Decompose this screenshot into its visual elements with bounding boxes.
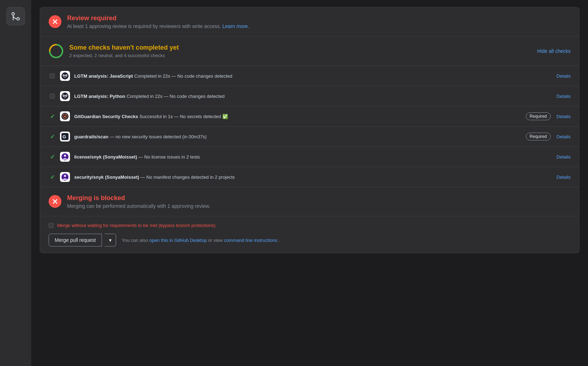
merge-blocked-section: Merging is blocked Merging can be perfor… <box>40 187 579 216</box>
bypass-row: Merge without waiting for requirements t… <box>49 223 571 228</box>
check-desc-snyk-license: — No license issues in 2 tests <box>138 154 200 160</box>
check-status-lgtm-js <box>49 73 56 78</box>
check-desc-gitguardian: Successful in 1s — No secrets detected ✅ <box>140 114 228 119</box>
details-link-lgtm-python[interactable]: Details <box>556 94 571 99</box>
check-item-lgtm-python: LGTM analysis: Python Completed in 22s —… <box>40 86 579 106</box>
snyk-license-icon <box>60 152 70 162</box>
hide-all-checks-button[interactable]: Hide all checks <box>537 48 571 54</box>
required-badge-guardrails: Required <box>526 133 551 140</box>
merge-blocked-icon <box>49 195 61 208</box>
details-link-lgtm-js[interactable]: Details <box>556 73 571 79</box>
check-status-lgtm-python <box>49 94 56 99</box>
check-name-lgtm-js: LGTM analysis: JavaScript <box>74 73 133 79</box>
check-info-guardrails: guardrails/scan — no new security issues… <box>74 134 522 139</box>
check-info-snyk-license: license/snyk (SonyaMoisset) — No license… <box>74 154 552 160</box>
checks-title-heading: Some checks haven't completed yet <box>69 44 179 51</box>
check-actions-lgtm-python: Details <box>556 94 571 99</box>
check-name-gitguardian: GitGuardian Security Checks <box>74 114 138 119</box>
command-line-instructions-link[interactable]: command line instructions <box>224 238 277 243</box>
review-required-title: Review required <box>67 15 249 22</box>
check-tick-gitguardian: ✓ <box>50 113 55 120</box>
check-status-gitguardian: ✓ <box>49 113 56 120</box>
guardrails-icon: G <box>60 132 70 142</box>
check-checkbox-lgtm-js[interactable] <box>50 73 55 78</box>
check-tick-snyk-license: ✓ <box>50 154 55 160</box>
check-actions-gitguardian: Required Details <box>526 112 571 120</box>
review-required-text: Review required At least 1 approving rev… <box>67 15 249 29</box>
check-name-snyk-security: security/snyk (SonyaMoisset) <box>74 174 139 180</box>
check-item-snyk-license: ✓ license/snyk (SonyaMoisset) — No licen… <box>40 147 579 167</box>
checks-header-left: Some checks haven't completed yet 2 expe… <box>49 44 537 59</box>
svg-point-16 <box>64 116 66 117</box>
check-item-snyk-security: ✓ security/snyk (SonyaMoisset) — No mani… <box>40 167 579 187</box>
check-name-snyk-license: license/snyk (SonyaMoisset) <box>74 154 137 160</box>
merge-blocked-text: Merging is blocked Merging can be perfor… <box>67 194 210 209</box>
bypass-checkbox[interactable] <box>49 223 54 228</box>
bypass-label: Merge without waiting for requirements t… <box>57 223 216 228</box>
svg-text:G: G <box>62 134 66 139</box>
snyk-security-icon <box>60 172 70 182</box>
svg-point-10 <box>61 93 69 100</box>
check-status-snyk-security: ✓ <box>49 174 56 181</box>
check-items-list: LGTM analysis: JavaScript Completed in 2… <box>40 66 579 187</box>
check-checkbox-lgtm-python[interactable] <box>50 94 55 99</box>
svg-point-22 <box>64 175 66 177</box>
checks-subtitle: 2 expected, 2 neutral, and 4 successful … <box>69 53 179 58</box>
check-info-lgtm-js: LGTM analysis: JavaScript Completed in 2… <box>74 73 552 79</box>
check-item-lgtm-js: LGTM analysis: JavaScript Completed in 2… <box>40 66 579 86</box>
merge-blocked-description: Merging can be performed automatically w… <box>67 203 210 209</box>
check-name-lgtm-python: LGTM analysis: Python <box>74 94 125 99</box>
check-actions-lgtm-js: Details <box>556 73 571 79</box>
check-status-guardrails: ✓ <box>49 133 56 140</box>
sidebar <box>0 0 31 366</box>
check-status-snyk-license: ✓ <box>49 154 56 160</box>
check-name-guardrails: guardrails/scan <box>74 134 108 139</box>
review-required-description: At least 1 approving review is required … <box>67 23 249 29</box>
details-link-snyk-security[interactable]: Details <box>556 174 571 180</box>
check-desc-lgtm-python: Completed in 22s — No code changes detec… <box>126 94 224 99</box>
checks-spinner-icon <box>49 44 64 59</box>
merge-bottom-section: Merge without waiting for requirements t… <box>40 216 579 253</box>
svg-point-5 <box>61 72 69 79</box>
check-actions-snyk-security: Details <box>556 174 571 180</box>
check-item-guardrails: ✓ G guardrails/scan — no new security is… <box>40 127 579 147</box>
check-item-gitguardian: ✓ GitGuardian Security Checks Successful… <box>40 106 579 127</box>
check-desc-guardrails: — no new security issues detected (in 00… <box>110 134 207 139</box>
merge-actions-row: Merge pull request ▾ You can also open t… <box>49 234 571 246</box>
app-container: Review required At least 1 approving rev… <box>0 0 588 366</box>
merge-also-text: You can also open this in GitHub Desktop… <box>122 238 280 243</box>
merge-dropdown-button[interactable]: ▾ <box>105 234 116 246</box>
git-merge-icon[interactable] <box>6 7 25 26</box>
required-badge-gitguardian: Required <box>526 112 551 120</box>
checks-header: Some checks haven't completed yet 2 expe… <box>40 37 579 66</box>
merge-blocked-title: Merging is blocked <box>67 194 210 202</box>
details-link-snyk-license[interactable]: Details <box>556 154 571 160</box>
lgtm-python-icon <box>60 91 70 101</box>
details-link-gitguardian[interactable]: Details <box>556 114 571 119</box>
check-info-gitguardian: GitGuardian Security Checks Successful i… <box>74 114 522 119</box>
lgtm-js-icon <box>60 71 70 81</box>
details-link-guardrails[interactable]: Details <box>556 134 571 139</box>
check-info-snyk-security: security/snyk (SonyaMoisset) — No manife… <box>74 174 552 180</box>
merge-pull-request-button[interactable]: Merge pull request <box>49 234 102 246</box>
check-desc-snyk-security: — No manifest changes detected in 2 proj… <box>140 174 235 180</box>
check-tick-guardrails: ✓ <box>50 133 55 140</box>
check-info-lgtm-python: LGTM analysis: Python Completed in 22s —… <box>74 94 552 99</box>
gitguardian-icon <box>60 111 70 121</box>
learn-more-link[interactable]: Learn more. <box>222 23 249 29</box>
review-required-section: Review required At least 1 approving rev… <box>40 7 579 37</box>
check-actions-guardrails: Required Details <box>526 133 571 140</box>
checks-title: Some checks haven't completed yet 2 expe… <box>69 44 179 58</box>
review-required-icon <box>49 15 61 28</box>
check-tick-snyk-security: ✓ <box>50 174 55 181</box>
pr-panel: Review required At least 1 approving rev… <box>40 7 579 253</box>
check-desc-lgtm-js: Completed in 22s — No code changes detec… <box>134 73 232 79</box>
check-actions-snyk-license: Details <box>556 154 571 160</box>
open-github-desktop-link[interactable]: open this in GitHub Desktop <box>149 238 207 243</box>
main-content: Review required At least 1 approving rev… <box>31 0 588 366</box>
svg-point-20 <box>64 155 66 157</box>
